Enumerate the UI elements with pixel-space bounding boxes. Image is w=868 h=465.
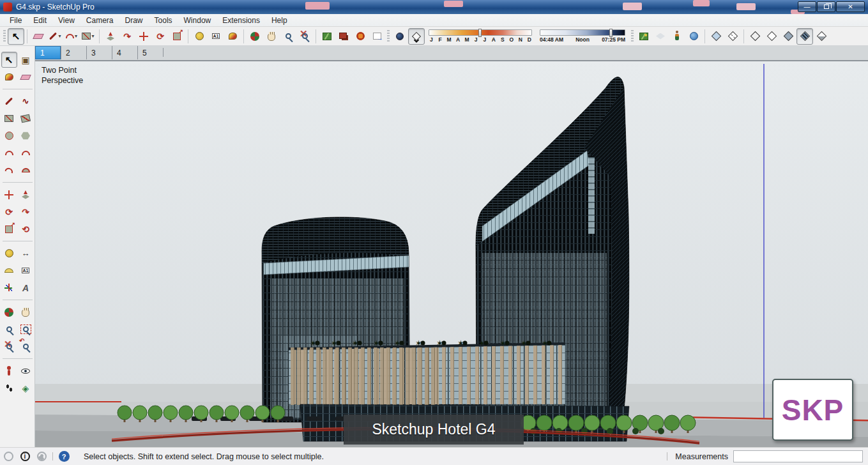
orbit-tool-button[interactable] [1, 304, 17, 320]
look-around-tool-button[interactable] [18, 363, 34, 379]
restore-button[interactable] [817, 1, 835, 12]
line-tool-button[interactable]: ▾ [47, 28, 63, 45]
zoom-extents-tool-button[interactable] [1, 339, 17, 354]
freehand-tool-button[interactable]: ∿ [18, 93, 34, 109]
help-icon[interactable]: ? [56, 450, 72, 464]
rectangle-tool-button[interactable]: ▾ [80, 28, 96, 45]
zoom-window-tool-button[interactable] [18, 321, 34, 337]
walk-tool-button[interactable] [1, 380, 17, 396]
paint-bucket-tool-button[interactable] [224, 28, 241, 45]
text-tool-button[interactable]: A1 [18, 263, 34, 278]
pie-tool-button[interactable] [18, 162, 34, 178]
style-hidden-line-button[interactable] [763, 28, 780, 45]
scene-tab-2[interactable]: 2 [61, 46, 86, 59]
geo-location-button[interactable] [636, 28, 652, 45]
dimension-tool-button[interactable]: ↔ [18, 245, 34, 261]
share-model-button[interactable] [352, 28, 369, 45]
menu-file[interactable]: File [4, 15, 27, 26]
preview-in-google-earth-button[interactable] [685, 28, 702, 45]
move-tool-button[interactable] [135, 28, 152, 45]
zoom-tool-button[interactable] [1, 321, 17, 337]
pan-tool-button[interactable] [263, 28, 280, 45]
zoom-previous-tool-button[interactable] [18, 339, 34, 354]
three-point-arc-tool-button[interactable] [1, 162, 17, 178]
dropdown-caret-icon[interactable]: ▾ [75, 33, 77, 39]
select-tool-button[interactable]: ↖ [1, 52, 17, 68]
menu-window[interactable]: Window [178, 15, 217, 26]
rotate-tool-button[interactable]: ⟳ [1, 204, 17, 220]
eraser-tool-button[interactable] [30, 28, 47, 45]
follow-me-tool-button[interactable]: ↷ [119, 28, 135, 45]
style-shaded-button[interactable] [780, 28, 796, 45]
scene-tab-4[interactable]: 4 [112, 46, 137, 59]
move-tool-button[interactable] [1, 187, 17, 202]
title-bar[interactable]: G4.skp - SketchUp Pro — ✕ [0, 0, 868, 14]
style-monochrome-button[interactable] [813, 28, 830, 45]
section-plane-tool-button[interactable]: ◈ [18, 380, 34, 396]
model-info-icon[interactable]: i [17, 450, 33, 464]
menu-view[interactable]: View [52, 15, 80, 26]
style-shaded-textures-button[interactable] [796, 28, 813, 45]
select-tool-button[interactable]: ↖ [8, 28, 24, 45]
paint-bucket-tool-button[interactable] [1, 69, 17, 85]
circle-tool-button[interactable] [1, 128, 17, 144]
shadow-date-slider[interactable]: JFMAMJJASOND [429, 29, 532, 43]
shadow-time-slider[interactable]: 04:48 AMNoon07:25 PM [540, 29, 625, 43]
style-back-edges-button[interactable] [724, 28, 741, 45]
minimize-button[interactable]: — [798, 1, 816, 12]
3d-text-tool-button[interactable]: A [18, 280, 34, 296]
rectangle-tool-button[interactable] [1, 111, 17, 126]
add-location-button[interactable] [319, 28, 335, 45]
menu-edit[interactable]: Edit [27, 15, 52, 26]
rotate-tool-button[interactable]: ⟳ [152, 28, 169, 45]
position-camera-tool-button[interactable] [1, 363, 17, 379]
menu-tools[interactable]: Tools [149, 15, 178, 26]
photo-textures-button[interactable] [669, 28, 685, 45]
close-button[interactable]: ✕ [836, 1, 865, 12]
offset-tool-button[interactable]: ⟲ [18, 221, 34, 237]
scene-tab-1[interactable]: 1 [35, 46, 61, 59]
toggle-terrain-button[interactable] [652, 28, 669, 45]
tape-measure-tool-button[interactable] [191, 28, 208, 45]
arc-tool-button[interactable] [1, 145, 17, 161]
scale-tool-button[interactable] [1, 221, 17, 237]
tape-measure-tool-button[interactable] [1, 245, 17, 261]
protractor-tool-button[interactable] [1, 263, 17, 278]
pan-tool-button[interactable] [18, 304, 34, 320]
polygon-tool-button[interactable] [18, 128, 34, 144]
viewport[interactable]: ✶✶✶✶✶✶✶✶✶✶✶✶ Two Point Perspective Sketc… [35, 61, 868, 447]
menu-draw[interactable]: Draw [119, 15, 149, 26]
geolocation-icon[interactable] [0, 450, 17, 464]
zoom-extents-tool-button[interactable] [296, 28, 313, 45]
rotated-rectangle-tool-button[interactable] [18, 111, 34, 126]
push-pull-tool-button[interactable] [102, 28, 119, 45]
shadow-settings-button[interactable] [392, 28, 408, 45]
scale-tool-button[interactable] [169, 28, 185, 45]
push-pull-tool-button[interactable] [18, 187, 34, 202]
make-component-tool-button[interactable]: ▣ [18, 52, 34, 68]
send-to-layout-button[interactable] [369, 28, 385, 45]
scene-tab-3[interactable]: 3 [86, 46, 112, 59]
axes-tool-button[interactable] [1, 280, 17, 296]
line-tool-button[interactable] [1, 93, 17, 109]
credits-icon[interactable] [33, 450, 50, 464]
scene-tab-5[interactable]: 5 [137, 46, 163, 59]
text-tool-button[interactable]: A1 [208, 28, 224, 45]
two-point-arc-tool-button[interactable] [18, 145, 34, 161]
slider-handle[interactable] [478, 29, 482, 37]
dropdown-caret-icon[interactable]: ▾ [91, 33, 94, 39]
orbit-tool-button[interactable] [247, 28, 263, 45]
eraser-tool-button[interactable] [18, 69, 34, 85]
measurements-input[interactable] [733, 450, 863, 462]
follow-me-tool-button[interactable]: ↷ [18, 204, 34, 220]
menu-camera[interactable]: Camera [80, 15, 119, 26]
style-xray-button[interactable] [708, 28, 724, 45]
zoom-tool-button[interactable] [280, 28, 296, 45]
menu-help[interactable]: Help [266, 15, 293, 26]
dropdown-caret-icon[interactable]: ▾ [58, 33, 61, 39]
menu-extensions[interactable]: Extensions [217, 15, 266, 26]
get-models-button[interactable] [335, 28, 352, 45]
slider-handle[interactable] [609, 29, 613, 37]
toggle-shadows-button[interactable] [408, 28, 425, 45]
style-wireframe-button[interactable] [747, 28, 763, 45]
